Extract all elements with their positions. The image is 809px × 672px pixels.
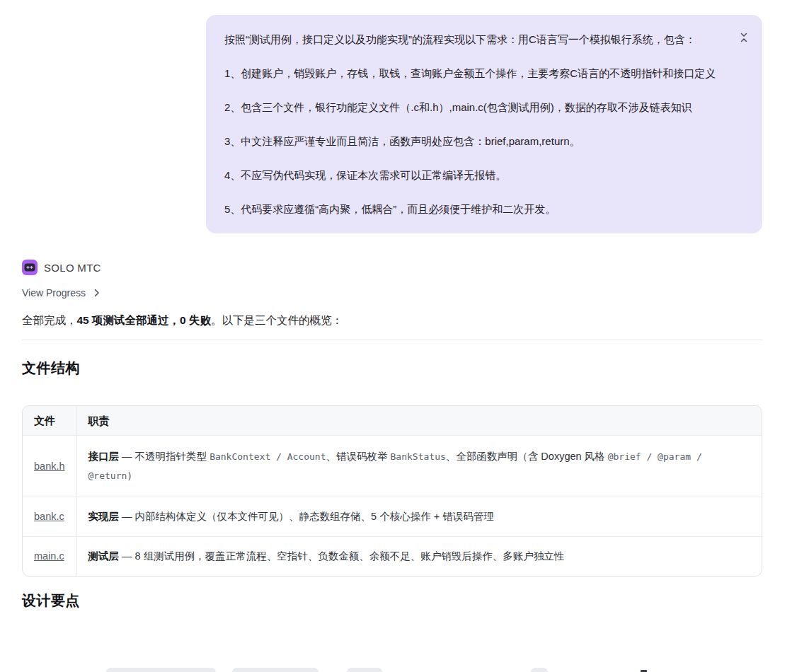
desc-text: 、全部函数声明（含 Doxygen 风格 (446, 451, 608, 462)
desc-text: 、错误码枚举 (326, 451, 391, 462)
collapse-vertical-icon (738, 32, 750, 43)
file-link[interactable]: bank.c (34, 511, 64, 522)
table-row: main.c测试层 — 8 组测试用例，覆盖正常流程、空指针、负数金额、余额不足… (23, 537, 762, 577)
section-divider (22, 340, 762, 340)
user-message-paragraph: 2、包含三个文件，银行功能定义文件（.c和.h）,main.c(包含测试用例)，… (224, 98, 721, 116)
desc-text: — 8 组测试用例，覆盖正常流程、空指针、负数金额、余额不足、账户销毁后操作、多… (119, 550, 564, 562)
desc-text: — 不透明指针类型 (119, 451, 210, 462)
collapse-message-icon[interactable] (737, 30, 751, 45)
summary-suffix: 。以下是三个文件的概览： (211, 314, 343, 326)
user-message-paragraph: 1、创建账户，销毁账户，存钱，取钱，查询账户金额五个操作，主要考察C语言的不透明… (224, 64, 721, 82)
file-link[interactable]: bank.h (34, 460, 65, 472)
role-cell: 实现层 — 内部结构体定义（仅本文件可见）、静态数组存储、5 个核心操作 + 错… (76, 497, 762, 537)
test-summary: 全部完成，45 项测试全部通过，0 失败。以下是三个文件的概览： (22, 313, 762, 328)
desc-text: 测试层 (88, 550, 120, 562)
cutoff-code-chip (106, 668, 216, 672)
cutoff-code-chip (347, 668, 382, 672)
user-message-paragraph: 4、不应写伪代码实现，保证本次需求可以正常编译无报错。 (224, 166, 721, 184)
file-cell: bank.h (23, 436, 76, 497)
desc-text: 实现层 (88, 511, 120, 522)
file-cell: main.c (23, 537, 76, 577)
chat-page: 按照“测试用例，接口定义以及功能实现”的流程实现以下需求：用C语言写一个模拟银行… (0, 0, 809, 672)
cutoff-code-chip (531, 668, 548, 672)
user-message-bubble: 按照“测试用例，接口定义以及功能实现”的流程实现以下需求：用C语言写一个模拟银行… (206, 15, 762, 233)
role-cell: 测试层 — 8 组测试用例，覆盖正常流程、空指针、负数金额、余额不足、账户销毁后… (76, 537, 762, 577)
agent-row: SOLO MTC (22, 260, 762, 275)
chevron-right-icon (94, 289, 100, 297)
desc-text: 接口层 (88, 451, 120, 462)
cutoff-code-chip (232, 668, 319, 672)
inline-code: BankContext / Account (210, 451, 326, 462)
file-cell: bank.c (23, 497, 76, 537)
user-message-paragraph: 3、中文注释应严谨专业而且简洁，函数声明处应包含：brief,param,ret… (224, 132, 721, 150)
file-link[interactable]: main.c (34, 550, 64, 562)
solo-mtc-icon (22, 260, 38, 275)
design-points-heading: 设计要点 (22, 591, 762, 610)
table-header-row: 文件 职责 (23, 406, 762, 436)
table-row: bank.h接口层 — 不透明指针类型 BankContext / Accoun… (23, 436, 762, 497)
assistant-response: SOLO MTC View Progress 全部完成，45 项测试全部通过，0… (22, 260, 762, 610)
table-row: bank.c实现层 — 内部结构体定义（仅本文件可见）、静态数组存储、5 个核心… (23, 497, 762, 537)
agent-name: SOLO MTC (44, 262, 101, 274)
view-progress-label: View Progress (22, 287, 86, 299)
file-structure-heading: 文件结构 (22, 359, 762, 377)
inline-code: BankStatus (391, 451, 446, 462)
view-progress-link[interactable]: View Progress (22, 287, 100, 299)
role-cell: 接口层 — 不透明指针类型 BankContext / Account、错误码枚… (76, 436, 762, 497)
col-header-role: 职责 (76, 406, 762, 436)
file-table-body: bank.h接口层 — 不透明指针类型 BankContext / Accoun… (23, 436, 762, 577)
desc-text: ） (127, 470, 137, 481)
summary-prefix: 全部完成， (22, 314, 77, 326)
col-header-file: 文件 (23, 406, 76, 436)
user-message-paragraph: 5、代码要求应遵循“高内聚，低耦合”，而且必须便于维护和二次开发。 (224, 200, 721, 218)
file-structure-table: 文件 职责 bank.h接口层 — 不透明指针类型 BankContext / … (22, 405, 762, 577)
user-message-paragraph: 按照“测试用例，接口定义以及功能实现”的流程实现以下需求：用C语言写一个模拟银行… (224, 30, 721, 48)
summary-bold: 45 项测试全部通过，0 失败 (77, 314, 211, 326)
desc-text: — 内部结构体定义（仅本文件可见）、静态数组存储、5 个核心操作 + 错误码管理 (119, 511, 494, 522)
